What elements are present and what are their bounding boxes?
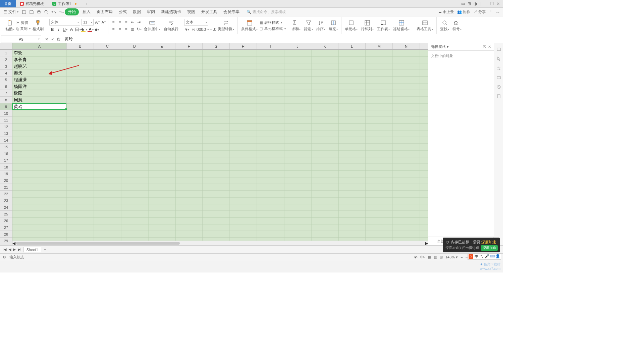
row-header-10[interactable]: 10 bbox=[0, 110, 12, 117]
row-header-15[interactable]: 15 bbox=[0, 144, 12, 150]
row-header-3[interactable]: 3 bbox=[0, 63, 12, 70]
row-header-11[interactable]: 11 bbox=[0, 117, 12, 123]
cell-A4[interactable]: 秦天 bbox=[12, 70, 67, 77]
shrink-font-icon[interactable]: A⁻ bbox=[102, 20, 106, 24]
col-header-K[interactable]: K bbox=[311, 43, 338, 49]
menu-pagelayout[interactable]: 页面布局 bbox=[94, 9, 115, 15]
new-tab-button[interactable]: ＋ bbox=[81, 0, 92, 7]
sheet-next-icon[interactable]: ▶ bbox=[13, 247, 16, 252]
memory-toast[interactable]: 🛡内存已超标，需要 深度加速 深度加速关闭卡慢进程 深度加速 bbox=[443, 238, 500, 252]
ime-mode[interactable]: 中 bbox=[474, 254, 479, 259]
row-header-16[interactable]: 16 bbox=[0, 150, 12, 157]
fx-icon[interactable]: fx bbox=[57, 37, 60, 42]
sheet-first-icon[interactable]: |◀ bbox=[3, 247, 6, 252]
row-header-23[interactable]: 23 bbox=[0, 197, 12, 204]
close-button[interactable]: ✕ bbox=[496, 1, 500, 6]
menu-newtab[interactable]: 新建选项卡 bbox=[159, 9, 183, 15]
row-header-4[interactable]: 4 bbox=[0, 70, 12, 77]
view-normal-icon[interactable]: ▦ bbox=[428, 255, 431, 259]
paste-button[interactable]: 粘贴 bbox=[4, 19, 16, 32]
formula-input[interactable]: 黄玲 bbox=[63, 36, 503, 42]
cell-A8[interactable]: 周慧 bbox=[12, 97, 67, 103]
underline-button[interactable]: U bbox=[62, 27, 68, 33]
table-style-button[interactable]: ▦表格样式 bbox=[260, 20, 286, 25]
print-preview-icon[interactable] bbox=[44, 10, 49, 14]
col-header-D[interactable]: D bbox=[121, 43, 148, 49]
comma-icon[interactable]: 000 bbox=[197, 27, 203, 33]
cell-A5[interactable]: 程潇潇 bbox=[12, 77, 67, 83]
row-header-2[interactable]: 2 bbox=[0, 56, 12, 63]
menu-toggle-icon[interactable]: ☰ bbox=[3, 10, 7, 14]
zoom-value[interactable]: 145% ▾ bbox=[445, 255, 458, 259]
row-header-1[interactable]: 1 bbox=[0, 50, 12, 56]
col-header-M[interactable]: M bbox=[366, 43, 393, 49]
ime-punct[interactable]: °, bbox=[479, 254, 484, 259]
menu-view[interactable]: 视图 bbox=[185, 9, 198, 15]
filter-button[interactable]: 筛选 bbox=[303, 19, 314, 32]
view-page-icon[interactable]: ▥ bbox=[434, 255, 437, 259]
bold-button[interactable]: B bbox=[49, 27, 55, 33]
orientation-icon[interactable]: ↻ bbox=[136, 26, 142, 32]
sheet-last-icon[interactable]: ▶| bbox=[18, 247, 21, 252]
cells-button[interactable]: 单元格 bbox=[343, 19, 359, 32]
align-left-icon[interactable]: ≡ bbox=[110, 26, 116, 32]
zhong-icon[interactable]: 中· bbox=[420, 255, 425, 260]
menu-insert[interactable]: 插入 bbox=[80, 9, 93, 15]
row-header-14[interactable]: 14 bbox=[0, 137, 12, 144]
row-header-20[interactable]: 20 bbox=[0, 177, 12, 184]
freeze-button[interactable]: 冻结窗格 bbox=[392, 19, 411, 32]
rail-attachment-icon[interactable] bbox=[496, 94, 501, 99]
col-header-E[interactable]: E bbox=[148, 43, 175, 49]
row-header-19[interactable]: 19 bbox=[0, 170, 12, 177]
type-convert-button[interactable]: 类型转换 bbox=[216, 19, 235, 32]
sheet-tab[interactable]: Sheet1 bbox=[23, 247, 41, 252]
sheet-prev-icon[interactable]: ◀ bbox=[8, 247, 11, 252]
ime-keyboard-icon[interactable]: ⌨ bbox=[490, 254, 495, 259]
row-header-21[interactable]: 21 bbox=[0, 184, 12, 191]
menu-devtools[interactable]: 开发工具 bbox=[199, 9, 220, 15]
cell-A3[interactable]: 赵晓艺 bbox=[12, 63, 67, 70]
strike-button[interactable]: A bbox=[68, 27, 74, 33]
rail-select-icon[interactable] bbox=[496, 47, 501, 52]
col-header-N[interactable]: N bbox=[393, 43, 420, 49]
font-combo[interactable]: 宋体 bbox=[49, 19, 80, 26]
indent-inc-icon[interactable]: ⇥ bbox=[136, 19, 142, 25]
panel-pin-icon[interactable]: ⇱ bbox=[483, 45, 486, 49]
layout-icon[interactable]: ▭ bbox=[461, 1, 465, 6]
row-header-22[interactable]: 22 bbox=[0, 191, 12, 197]
col-header-A[interactable]: A bbox=[12, 43, 67, 49]
ime-user-icon[interactable]: 👤 bbox=[495, 254, 500, 259]
undo-icon[interactable]: ↶ bbox=[51, 10, 56, 14]
cell-A2[interactable]: 李长青 bbox=[12, 56, 67, 63]
row-header-24[interactable]: 24 bbox=[0, 204, 12, 211]
symbol-button[interactable]: Ω符号 bbox=[451, 19, 463, 32]
col-header-B[interactable]: B bbox=[67, 43, 94, 49]
menu-formula[interactable]: 公式 bbox=[116, 9, 129, 15]
rail-layers-icon[interactable] bbox=[496, 75, 501, 80]
horizontal-scrollbar[interactable]: ◀▶ bbox=[12, 241, 428, 245]
eye-icon[interactable]: 👁 bbox=[414, 255, 418, 259]
worksheet-button[interactable]: 工作表 bbox=[376, 19, 391, 32]
ime-bar[interactable]: S 中 °, 🎤 ⌨ 👤 bbox=[468, 253, 501, 260]
cond-format-button[interactable]: 条件格式 bbox=[240, 19, 259, 32]
align-right-icon[interactable]: ≡ bbox=[123, 26, 129, 32]
border-button[interactable]: 田 bbox=[75, 27, 81, 33]
wrap-text-button[interactable]: 自动换行 bbox=[162, 19, 180, 32]
col-header-F[interactable]: F bbox=[175, 43, 203, 49]
fill-button[interactable]: 填充 bbox=[327, 19, 339, 32]
row-header-7[interactable]: 7 bbox=[0, 90, 12, 97]
dec-inc-icon[interactable]: .0→ bbox=[203, 27, 209, 33]
menu-start[interactable]: 开始 bbox=[65, 8, 79, 15]
toast-action-button[interactable]: 深度加速 bbox=[481, 245, 498, 251]
spreadsheet-grid[interactable]: ABCDEFGHIJKLMN 1234567891011121314151617… bbox=[0, 43, 428, 245]
rowcol-button[interactable]: 行和列 bbox=[360, 19, 375, 32]
cell-A6[interactable]: 杨阳洋 bbox=[12, 83, 67, 90]
align-middle-icon[interactable]: ≡ bbox=[117, 19, 123, 25]
row-header-30[interactable]: 30 bbox=[0, 244, 12, 245]
find-button[interactable]: 查找 bbox=[439, 19, 450, 32]
numformat-combo[interactable]: 文本 bbox=[184, 19, 208, 26]
share-button[interactable]: ↗ 分享 bbox=[474, 9, 486, 14]
copy-button[interactable]: ⎘复制 bbox=[16, 26, 31, 31]
select-all-corner[interactable] bbox=[0, 43, 12, 50]
col-header-G[interactable]: G bbox=[203, 43, 230, 49]
